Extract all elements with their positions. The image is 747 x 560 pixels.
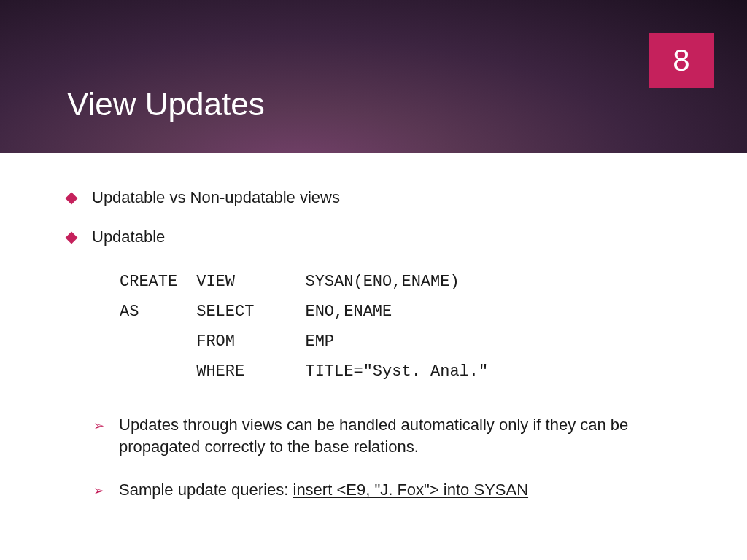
sub-bullet-list: ➢ Updates through views can be handled a… xyxy=(93,414,680,501)
diamond-bullet-icon xyxy=(66,192,78,205)
arrow-bullet-icon: ➢ xyxy=(93,417,104,435)
bullet-item: Updatable xyxy=(67,228,680,246)
slide-header: 8 View Updates xyxy=(0,0,747,153)
code-cell: SELECT xyxy=(196,297,305,327)
slide: 8 View Updates Updatable vs Non-updatabl… xyxy=(0,0,747,560)
bullet-list: Updatable vs Non-updatable views Updatab… xyxy=(67,188,680,246)
slide-body: Updatable vs Non-updatable views Updatab… xyxy=(0,153,747,501)
page-number-badge: 8 xyxy=(649,33,714,88)
code-cell: AS xyxy=(120,297,196,327)
code-cell: TITLE="Syst. Anal." xyxy=(305,357,501,386)
code-cell: SYSAN(ENO,ENAME) xyxy=(305,267,501,297)
code-cell: VIEW xyxy=(196,267,305,297)
sub-bullet-item: ➢ Sample update queries: insert <E9, "J.… xyxy=(93,479,680,501)
arrow-bullet-icon: ➢ xyxy=(93,482,104,499)
code-cell: ENO,ENAME xyxy=(305,297,501,327)
code-row: AS SELECT ENO,ENAME xyxy=(120,297,501,327)
sub-bullet-item: ➢ Updates through views can be handled a… xyxy=(93,414,680,457)
sql-code-block: CREATE VIEW SYSAN(ENO,ENAME) AS SELECT E… xyxy=(120,267,501,386)
code-cell xyxy=(120,327,196,357)
code-cell: CREATE xyxy=(120,267,196,297)
code-row: WHERE TITLE="Syst. Anal." xyxy=(120,357,501,386)
sub-bullet-prefix: Sample update queries: xyxy=(119,481,293,499)
sub-bullet-text: Updates through views can be handled aut… xyxy=(119,414,680,457)
sub-bullet-underlined: insert <E9, "J. Fox"> into SYSAN xyxy=(293,481,529,499)
slide-title: View Updates xyxy=(67,86,265,122)
page-number: 8 xyxy=(673,43,689,78)
code-cell: WHERE xyxy=(196,357,305,386)
code-row: CREATE VIEW SYSAN(ENO,ENAME) xyxy=(120,267,501,297)
bullet-text: Updatable xyxy=(92,228,165,246)
code-cell: EMP xyxy=(305,327,501,357)
code-cell: FROM xyxy=(196,327,305,357)
bullet-text: Updatable vs Non-updatable views xyxy=(92,188,340,207)
diamond-bullet-icon xyxy=(66,232,78,244)
code-cell xyxy=(120,357,196,386)
sub-bullet-text: Sample update queries: insert <E9, "J. F… xyxy=(119,479,528,501)
bullet-item: Updatable vs Non-updatable views xyxy=(67,188,680,207)
code-row: FROM EMP xyxy=(120,327,501,357)
